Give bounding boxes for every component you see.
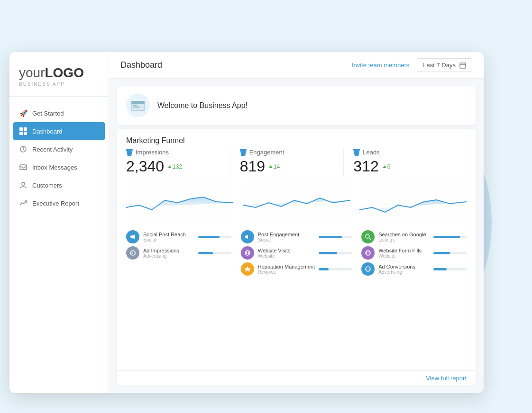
funnel-card: Marketing Funnel Impressions 2,340	[117, 129, 476, 386]
recent-activity-icon	[19, 145, 28, 153]
post-engagement-icon	[241, 230, 254, 243]
sidebar-item-customers[interactable]: Customers	[9, 176, 109, 194]
get-started-icon: 🚀	[19, 109, 28, 117]
svg-text:AD: AD	[366, 268, 370, 271]
leads-value: 312 6	[353, 158, 448, 175]
logo: yourLOGO	[19, 66, 99, 80]
sub-item-reputation-management: Reputation Management Reviews	[241, 262, 352, 276]
impressions-label: Impressions	[126, 149, 220, 156]
reputation-icon	[241, 262, 254, 276]
website-form-fills-category: Website	[378, 253, 430, 259]
engagement-delta: 14	[269, 163, 280, 170]
leads-icon	[353, 149, 360, 156]
bar-track	[198, 236, 231, 238]
impressions-delta: 132	[168, 163, 182, 170]
sub-col-3: Searches on Google Listings	[361, 230, 467, 365]
logo-logo: LOGO	[45, 65, 83, 80]
engagement-icon-sm	[244, 233, 251, 240]
social-post-reach-category: Social	[143, 237, 194, 242]
svg-rect-15	[133, 107, 140, 108]
svg-rect-7	[460, 63, 466, 68]
impressions-value: 2,340 132	[126, 158, 220, 175]
reputation-category: Reviews	[258, 269, 315, 275]
ad-impressions-icon: AD	[126, 246, 139, 260]
ad-impressions-category: Advertising	[143, 253, 194, 259]
post-engagement-bar	[319, 236, 352, 238]
bar-track-5	[319, 268, 352, 270]
calendar-icon	[459, 62, 466, 69]
page-title: Dashboard	[120, 60, 162, 70]
website-visits-text: Website Visits Website	[258, 248, 315, 259]
sidebar-label-customers: Customers	[32, 182, 62, 189]
search-icon	[365, 233, 371, 240]
svg-rect-3	[24, 132, 27, 135]
view-full-report-link[interactable]: View full report	[117, 370, 476, 386]
svg-rect-5	[20, 165, 27, 170]
ad-conversions-text: Ad Conversions Advertising	[378, 264, 430, 275]
sidebar-item-dashboard[interactable]: Dashboard	[13, 122, 105, 140]
sidebar-item-get-started[interactable]: 🚀 Get Started	[9, 104, 109, 122]
bar-fill-5	[319, 268, 329, 270]
sub-col-2: Post Engagement Social	[241, 230, 352, 365]
leads-delta: 6	[383, 163, 391, 170]
svg-rect-13	[131, 101, 145, 104]
social-post-reach-title: Social Post Reach	[143, 232, 194, 237]
bar-track-6	[433, 236, 467, 238]
sidebar-item-executive-report[interactable]: Executive Report	[9, 194, 109, 212]
bar-track-2	[198, 252, 231, 254]
svg-marker-17	[240, 149, 247, 156]
svg-line-44	[369, 238, 371, 240]
svg-point-6	[22, 182, 25, 185]
chart-svg-engagement	[243, 179, 350, 222]
invite-team-link[interactable]: Invite team members	[352, 62, 409, 69]
svg-rect-2	[19, 132, 23, 135]
bar-track-4	[319, 252, 352, 254]
ad-impressions-title: Ad Impressions	[143, 248, 194, 253]
chart-svg-leads	[359, 179, 467, 222]
social-post-reach-text: Social Post Reach Social	[143, 232, 194, 242]
form-icon	[365, 250, 371, 256]
funnel-metrics: Impressions 2,340 132	[117, 145, 476, 179]
website-form-fills-bar	[433, 252, 467, 254]
bar-fill-3	[319, 236, 342, 238]
sidebar-label-dashboard: Dashboard	[32, 128, 63, 135]
sidebar-item-inbox-messages[interactable]: Inbox Messages	[9, 158, 109, 176]
welcome-text: Welcome to Business App!	[157, 101, 248, 110]
sub-item-ad-impressions: AD Ad Impressions Advertising	[126, 246, 231, 260]
reputation-text: Reputation Management Reviews	[258, 264, 315, 275]
website-visits-category: Website	[258, 253, 315, 259]
post-engagement-title: Post Engagement	[258, 232, 315, 237]
sidebar: yourLOGO BUSINESS APP 🚀 Get Started Da	[9, 52, 109, 393]
sub-metrics: Social Post Reach Social	[117, 226, 476, 370]
sidebar-label-recent-activity: Recent Activity	[32, 146, 73, 153]
sidebar-item-recent-activity[interactable]: Recent Activity	[9, 140, 109, 158]
customers-icon	[19, 181, 28, 189]
delta-arrow-up-2	[269, 165, 273, 168]
impressions-icon	[126, 149, 133, 156]
post-engagement-category: Social	[258, 237, 315, 242]
bar-fill-4	[319, 252, 337, 254]
svg-point-43	[366, 234, 369, 238]
ad-icon: AD	[129, 250, 136, 256]
sub-item-post-engagement: Post Engagement Social	[241, 230, 352, 243]
welcome-icon	[126, 94, 150, 117]
date-range-picker[interactable]: Last 7 Days	[417, 58, 472, 72]
metric-leads: Leads 312 6	[353, 149, 457, 175]
svg-rect-1	[24, 127, 27, 131]
sidebar-label-executive-report: Executive Report	[32, 200, 79, 207]
logo-sub: BUSINESS APP	[19, 81, 99, 87]
reputation-title: Reputation Management	[258, 264, 315, 269]
website-form-fills-icon	[361, 246, 375, 260]
chart-svg-impressions	[126, 179, 233, 222]
website-visits-icon	[241, 246, 254, 260]
ad-conversions-title: Ad Conversions	[378, 264, 430, 269]
chart-engagement	[243, 179, 350, 226]
searches-google-text: Searches on Google Listings	[378, 232, 430, 242]
main-content: Dashboard Invite team members Last 7 Day…	[109, 52, 484, 393]
executive-report-icon	[19, 199, 28, 207]
inbox-icon	[19, 163, 28, 171]
delta-arrow-up	[168, 165, 172, 168]
sub-item-website-visits: Website Visits Website	[241, 246, 352, 260]
engagement-label: Engagement	[240, 149, 334, 156]
topbar-right: Invite team members Last 7 Days	[352, 58, 472, 72]
